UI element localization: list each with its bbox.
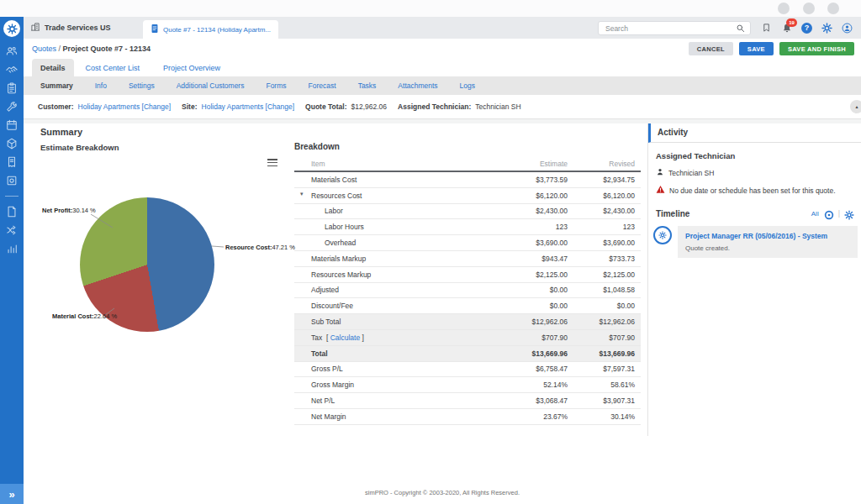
chart-title: Estimate Breakdown	[40, 143, 119, 152]
quote-tab[interactable]: Quote #7 - 12134 (Holiday Apartm...	[143, 20, 278, 39]
revised-value: $0.00	[568, 302, 641, 310]
subtab-forecast[interactable]: Forecast	[309, 81, 336, 90]
sidebar-invoice-icon[interactable]	[6, 156, 18, 168]
subtab-settings[interactable]: Settings	[129, 81, 155, 90]
estimate-value: $12,962.06	[483, 318, 568, 326]
estimate-value: $0.00	[483, 286, 568, 294]
breakdown-row-materials-markup: Materials Markup$943.47$733.73	[294, 251, 641, 267]
technician-name: Technician SH	[668, 169, 714, 177]
collapse-caret-icon[interactable]: ▾	[300, 191, 304, 197]
window-control-dot	[803, 3, 815, 14]
sidebar-handshake-icon[interactable]	[6, 64, 18, 76]
assigned-technician-section: Assigned Technician Technician SH No due…	[656, 151, 854, 196]
sidebar-divider	[5, 196, 18, 197]
header-icons: 19	[761, 17, 853, 39]
revised-value: $2,125.00	[568, 270, 641, 279]
revised-value: $6,120.00	[568, 192, 641, 200]
row-label: Discount/Fee	[311, 302, 353, 310]
breakdown-row-net-p-l: Net P/L$3,068.47$3,907.31	[294, 393, 641, 409]
tab-project-overview[interactable]: Project Overview	[151, 59, 232, 76]
warning-text: No due date or schedule has been set for…	[669, 186, 836, 195]
sidebar-people-icon[interactable]	[6, 45, 18, 57]
customer-link[interactable]: Holiday Apartments	[78, 102, 140, 111]
toolbar: Quotes / Project Quote #7 - 12134 CANCEL…	[24, 39, 861, 59]
main-tabs: DetailsCost Center ListProject Overview	[24, 59, 861, 76]
row-label: Gross Margin	[311, 381, 354, 389]
timeline-item-title[interactable]: Project Manager RR (05/06/2016) - System	[685, 232, 850, 240]
sidebar-clipboard-icon[interactable]	[6, 82, 18, 94]
sidebar-cube-icon[interactable]	[6, 138, 18, 150]
column-estimate: Estimate	[483, 160, 568, 168]
help-icon[interactable]	[801, 23, 812, 34]
estimate-value: $6,758.47	[483, 365, 568, 373]
company-tab[interactable]: Trade Services US	[30, 17, 111, 39]
save-and-finish-button[interactable]: SAVE AND FINISH	[779, 42, 854, 55]
company-tab-label: Trade Services US	[45, 24, 111, 32]
site-change-link[interactable]: [Change]	[266, 102, 295, 111]
subtab-info[interactable]: Info	[95, 81, 107, 90]
site-link[interactable]: Holiday Apartments	[202, 102, 264, 111]
subtab-summary[interactable]: Summary	[40, 81, 73, 90]
row-label: Total	[311, 349, 328, 358]
sidebar-bar-chart-icon[interactable]	[6, 243, 18, 255]
subtab-tasks[interactable]: Tasks	[358, 81, 377, 90]
warning-row: No due date or schedule has been set for…	[656, 185, 854, 196]
account-icon[interactable]	[842, 23, 853, 34]
customer-change-link[interactable]: [Change]	[142, 102, 172, 111]
subtab-logs[interactable]: Logs	[460, 81, 475, 90]
simpro-logo-icon[interactable]	[3, 20, 20, 37]
breakdown-row-discount-fee: Discount/Fee$0.00$0.00	[294, 298, 641, 314]
timeline-filter-icon[interactable]	[824, 208, 834, 218]
sidebar-archive-icon[interactable]	[6, 175, 18, 186]
info-bar-collapse-button[interactable]	[850, 100, 861, 113]
breakdown-row-net-margin: Net Margin23.67%30.14%	[294, 409, 641, 425]
subtab-additional-customers[interactable]: Additional Customers	[177, 81, 245, 90]
breadcrumb-quotes-link[interactable]: Quotes	[32, 45, 56, 53]
row-label: Materials Markup	[311, 255, 366, 263]
sidebar-calendar-icon[interactable]	[6, 119, 18, 131]
column-revised: Revised	[568, 160, 641, 168]
breakdown-row-gross-p-l: Gross P/L$6,758.47$7,597.31	[294, 362, 641, 378]
search-icon[interactable]	[736, 21, 745, 36]
chart-menu-icon[interactable]	[267, 159, 277, 166]
quote-tab-label: Quote #7 - 12134 (Holiday Apartm...	[163, 26, 271, 34]
sidebar-wrench-icon[interactable]	[6, 101, 18, 113]
tab-details[interactable]: Details	[32, 59, 74, 76]
link-bracket: [	[322, 333, 330, 342]
customer-label: Customer:	[38, 102, 74, 111]
breakdown-row-gross-margin: Gross Margin52.14%58.61%	[294, 377, 641, 393]
row-label: Labor	[325, 207, 343, 215]
row-label: Tax	[311, 333, 322, 342]
notifications-bell-icon[interactable]: 19	[781, 23, 792, 34]
settings-gear-icon[interactable]	[821, 23, 832, 34]
site-label: Site:	[182, 102, 197, 111]
calculate-link[interactable]: Calculate	[330, 333, 360, 342]
tab-cost-center-list[interactable]: Cost Center List	[74, 59, 152, 76]
breakdown-table: Item Estimate Revised Materials Cost$3,7…	[294, 157, 641, 425]
sidebar-map-icon[interactable]	[6, 224, 18, 236]
save-button[interactable]: SAVE	[739, 42, 774, 55]
search-input[interactable]	[604, 24, 732, 34]
sidebar-document-icon[interactable]	[6, 206, 18, 218]
timeline-settings-icon[interactable]	[844, 208, 854, 218]
bookmark-icon[interactable]	[761, 23, 772, 34]
subtab-attachments[interactable]: Attachments	[398, 81, 437, 90]
summary-heading: Summary	[40, 127, 82, 137]
revised-value: $3,907.31	[568, 396, 641, 405]
timeline-all-link[interactable]: All	[811, 210, 819, 218]
app-window: Trade Services US Quote #7 - 12134 (Holi…	[0, 0, 861, 504]
quote-info-bar: Customer: Holiday Apartments [Change] Si…	[24, 95, 861, 119]
cancel-button[interactable]: CANCEL	[689, 42, 733, 55]
estimate-value: $3,068.47	[483, 396, 568, 405]
revised-value: $733.73	[568, 255, 641, 263]
breakdown-table-header: Item Estimate Revised	[294, 157, 641, 172]
revised-value: 123	[568, 223, 641, 231]
quote-document-icon	[151, 24, 159, 35]
sidebar-expand-icon[interactable]	[0, 484, 24, 504]
revised-value: $2,430.00	[568, 207, 641, 215]
assigned-technician-label: Assigned Technician:	[398, 102, 471, 111]
timeline-header: Timeline All |	[648, 208, 861, 218]
subtab-forms[interactable]: Forms	[266, 81, 286, 90]
row-label: Net P/L	[311, 396, 335, 405]
pie-label-material-cost: Material Cost:22.64 %	[52, 312, 117, 320]
